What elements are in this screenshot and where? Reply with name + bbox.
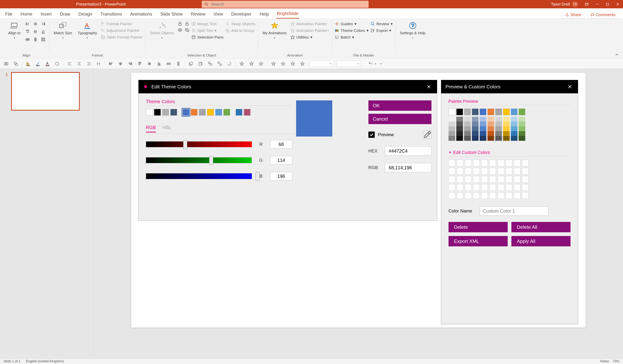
palette-shade[interactable] [511,117,517,121]
theme-swatch[interactable] [207,109,214,116]
palette-shade[interactable] [519,126,525,131]
typography-button[interactable]: A Typography▾ [76,20,99,40]
cancel-button[interactable]: Cancel [368,114,431,124]
align-left-icon[interactable] [24,20,31,27]
custom-color-slot[interactable] [489,160,496,166]
align-to-button[interactable]: Align to▾ [6,20,22,40]
custom-color-slot[interactable] [481,184,488,191]
ok-button[interactable]: OK [368,101,431,111]
my-animations-button[interactable]: My Animations▾ [261,20,289,40]
theme-swatch[interactable] [183,109,189,116]
eyedropper-button[interactable] [423,130,431,139]
slider-g[interactable] [146,157,252,163]
align-right-2-icon[interactable] [85,60,92,67]
custom-color-slot[interactable] [514,176,520,183]
palette-shade[interactable] [480,117,486,121]
palette-shade[interactable] [456,136,463,141]
obj-align-middle-icon[interactable] [146,60,153,67]
tab-hsl[interactable]: HSL [163,125,172,132]
custom-color-slot[interactable] [489,184,496,191]
tab-slideshow[interactable]: Slide Show [160,10,183,19]
theme-swatch[interactable] [223,109,230,116]
guides-button[interactable]: Guides ▾ [335,21,369,26]
palette-shade[interactable] [456,121,463,126]
custom-color-slot[interactable] [522,184,529,191]
status-notes[interactable]: Notes [600,359,609,363]
spacing-icon[interactable] [95,60,102,67]
close-dialog-button[interactable] [425,83,433,90]
star-3-icon[interactable] [258,60,265,67]
custom-color-slot[interactable] [465,184,471,191]
palette-shade[interactable] [519,136,525,141]
palette-shade[interactable] [464,121,471,126]
palette-shade[interactable] [503,121,510,126]
fill-color-icon[interactable] [25,60,32,67]
star-7-icon[interactable] [299,60,306,67]
custom-color-slot[interactable] [465,176,471,183]
custom-color-slot[interactable] [465,168,471,175]
custom-color-slot[interactable] [522,160,529,166]
custom-color-slot[interactable] [473,176,480,183]
custom-color-slot[interactable] [489,192,496,199]
ribbon-display-button[interactable] [581,0,592,8]
palette-shade[interactable] [503,126,510,131]
palette-shade[interactable] [495,131,502,136]
theme-swatch[interactable] [215,109,222,116]
maximize-button[interactable] [602,0,613,8]
palette-shade[interactable] [464,131,471,136]
star-4-icon[interactable] [270,60,277,67]
theme-swatch[interactable] [236,109,242,116]
custom-color-slot[interactable] [506,160,512,166]
comments-button[interactable]: Comments [587,11,619,19]
custom-color-slot[interactable] [465,192,471,199]
palette-swatch[interactable] [488,109,494,115]
swap-objects-button[interactable]: Swap Objects [225,21,255,26]
add-to-group-button[interactable]: Add to Group [225,28,255,33]
status-lang[interactable]: English (United Kingdom) [26,359,64,363]
slider-r[interactable] [146,141,252,147]
input-r[interactable] [270,140,292,149]
close-dialog-2-button[interactable] [566,83,574,90]
hex-value[interactable]: #4472C4 [385,146,431,156]
distribute-grid-icon[interactable] [40,36,46,43]
group-icon[interactable] [207,60,214,67]
custom-color-slot[interactable] [448,184,455,191]
star-2-icon[interactable] [248,60,255,67]
align-left-2-icon[interactable] [66,60,73,67]
custom-color-slot[interactable] [506,176,512,183]
slide[interactable]: Edit Theme Colors Theme Colors RGB HSL [131,73,585,327]
palette-swatch[interactable] [456,109,463,115]
palette-swatch[interactable] [495,109,502,115]
obj-align-center-icon[interactable] [117,60,124,67]
palette-shade[interactable] [488,121,494,126]
animation-painter-button[interactable]: Animation Painter [290,21,329,26]
custom-color-slot[interactable] [506,184,512,191]
palette-swatch[interactable] [519,109,525,115]
delete-button[interactable]: Delete [448,222,508,232]
theme-swatch[interactable] [170,109,177,116]
textbox-tool-icon[interactable]: A [2,60,10,67]
palette-shade[interactable] [456,126,463,131]
slide-thumbnail-1[interactable] [11,72,80,111]
lock-icon[interactable] [178,21,182,26]
export-button[interactable]: Export ▾ [370,28,393,33]
theme-swatch[interactable] [191,109,198,116]
palette-shade[interactable] [480,136,486,141]
obj-align-bottom-icon[interactable] [156,60,163,67]
eye-icon[interactable] [178,28,182,32]
theme-swatch[interactable] [199,109,206,116]
outline-color-icon[interactable] [34,60,41,67]
palette-shade[interactable] [464,117,471,121]
palette-shade[interactable] [464,126,471,131]
tab-developer[interactable]: Developer [230,10,252,19]
palette-shade[interactable] [472,117,479,121]
custom-color-slot[interactable] [522,192,529,199]
palette-shade[interactable] [519,117,525,121]
theme-swatch[interactable] [146,109,153,116]
unlock-icon[interactable] [185,21,189,26]
palette-shade[interactable] [480,121,486,126]
tab-animations[interactable]: Animations [130,10,153,19]
custom-color-slot[interactable] [497,160,504,166]
star-6-icon[interactable] [289,60,296,67]
custom-color-slot[interactable] [448,192,455,199]
